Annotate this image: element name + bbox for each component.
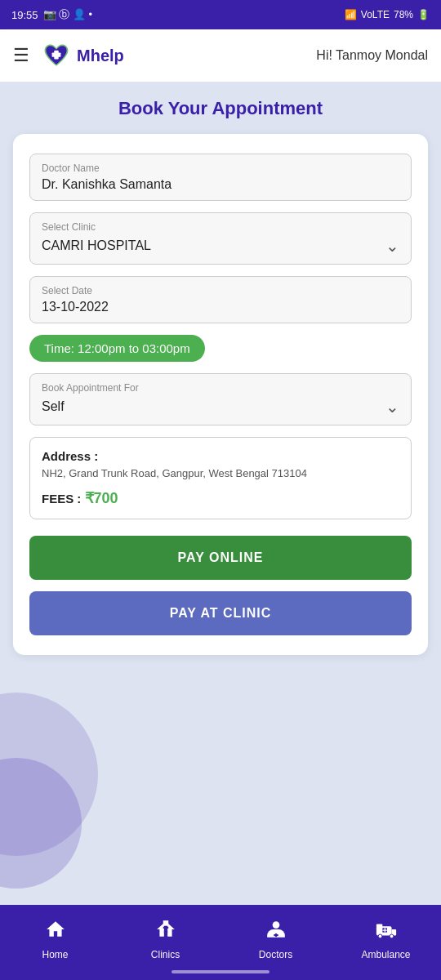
address-box: Address : NH2, Grand Trunk Road, Gangpur… <box>29 437 412 519</box>
home-label: Home <box>42 949 68 960</box>
home-indicator <box>0 970 441 980</box>
battery-text: 78% <box>394 9 413 20</box>
home-indicator-bar <box>172 970 270 973</box>
book-for-label: Book Appointment For <box>42 382 399 394</box>
clinics-label: Clinics <box>151 949 180 960</box>
svg-rect-4 <box>163 926 168 928</box>
address-text: NH2, Grand Trunk Road, Gangpur, West Ben… <box>42 466 399 481</box>
logo-container: Mhelp <box>41 40 124 71</box>
status-bar-left: 19:55 📷 ⓑ 👤 • <box>11 7 92 22</box>
book-for-dropdown-icon: ⌄ <box>385 397 399 416</box>
main-content: Book Your Appointment Doctor Name Dr. Ka… <box>0 82 441 905</box>
home-icon <box>45 919 66 946</box>
menu-button[interactable]: ☰ <box>13 45 29 66</box>
clinics-icon <box>155 919 176 946</box>
address-label: Address : <box>42 449 399 463</box>
svg-point-11 <box>378 934 382 938</box>
date-field[interactable]: Select Date 13-10-2022 <box>29 276 412 323</box>
fees-amount: ₹700 <box>85 490 118 506</box>
clinic-field[interactable]: Select Clinic CAMRI HOSPITAL ⌄ <box>29 212 412 265</box>
status-time: 19:55 <box>11 9 38 21</box>
doctors-label: Doctors <box>259 949 292 960</box>
book-for-row: Self ⌄ <box>42 397 399 416</box>
book-for-field[interactable]: Book Appointment For Self ⌄ <box>29 373 412 425</box>
doctor-name-value: Dr. Kanishka Samanta <box>42 177 399 192</box>
svg-rect-1 <box>52 52 61 56</box>
ambulance-icon <box>375 919 398 946</box>
time-badge: Time: 12:00pm to 03:00pm <box>29 335 205 362</box>
nav-clinics[interactable]: Clinics <box>110 919 220 960</box>
battery-icon: 🔋 <box>417 9 430 20</box>
clinic-value: CAMRI HOSPITAL <box>42 238 151 253</box>
svg-rect-15 <box>382 929 387 930</box>
ambulance-label: Ambulance <box>361 949 410 960</box>
svg-rect-16 <box>376 924 381 928</box>
svg-rect-8 <box>274 933 276 936</box>
page-title: Book Your Appointment <box>13 98 428 119</box>
bottom-nav: Home Clinics Doctors <box>0 905 441 970</box>
doctors-icon <box>265 919 287 946</box>
signal-text: VoLTE <box>361 9 390 20</box>
header: ☰ Mhelp Hi! Tanmoy Mondal <box>0 29 441 82</box>
header-greeting: Hi! Tanmoy Mondal <box>316 48 428 63</box>
doctor-name-field: Doctor Name Dr. Kanishka Samanta <box>29 154 412 201</box>
nav-home[interactable]: Home <box>0 919 110 960</box>
wifi-icon: 📶 <box>345 9 357 20</box>
doctor-name-label: Doctor Name <box>42 163 399 174</box>
clinic-dropdown-icon: ⌄ <box>385 236 399 256</box>
booking-card: Doctor Name Dr. Kanishka Samanta Select … <box>13 134 428 655</box>
date-label: Select Date <box>42 285 399 296</box>
svg-point-12 <box>390 934 394 938</box>
clinic-row: CAMRI HOSPITAL ⌄ <box>42 236 399 256</box>
status-bar: 19:55 📷 ⓑ 👤 • 📶 VoLTE 78% 🔋 <box>0 0 441 29</box>
nav-ambulance[interactable]: Ambulance <box>331 919 441 960</box>
pay-at-clinic-button[interactable]: PAY AT CLINIC <box>29 591 412 635</box>
svg-rect-2 <box>163 920 168 924</box>
pay-online-button[interactable]: PAY ONLINE <box>29 536 412 580</box>
header-left: ☰ Mhelp <box>13 40 124 71</box>
status-icons: 📷 ⓑ 👤 • <box>43 7 92 22</box>
date-value: 13-10-2022 <box>42 300 399 314</box>
status-bar-right: 📶 VoLTE 78% 🔋 <box>345 9 430 20</box>
nav-doctors[interactable]: Doctors <box>220 919 331 960</box>
fees-label: FEES : <box>42 492 81 506</box>
svg-point-5 <box>272 921 279 929</box>
clinic-label: Select Clinic <box>42 221 399 233</box>
book-for-value: Self <box>42 399 65 414</box>
fees-row: FEES : ₹700 <box>42 489 399 507</box>
logo-text: Mhelp <box>77 47 124 65</box>
logo-icon <box>41 40 72 71</box>
